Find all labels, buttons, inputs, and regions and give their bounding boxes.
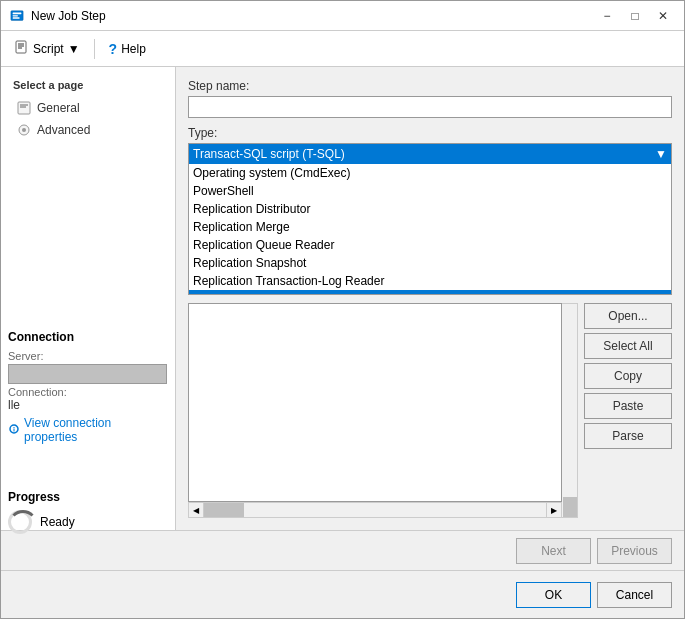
close-button[interactable]: ✕ [650, 6, 676, 26]
help-label: Help [121, 42, 146, 56]
next-button[interactable]: Next [516, 538, 591, 564]
view-connection-properties-link[interactable]: View connection properties [8, 416, 167, 444]
window-controls: − □ ✕ [594, 6, 676, 26]
script-label: Script [33, 42, 64, 56]
svg-rect-3 [13, 17, 20, 18]
progress-title: Progress [8, 490, 167, 504]
type-label: Type: [188, 126, 672, 140]
ok-button[interactable]: OK [516, 582, 591, 608]
step-name-group: Step name: [188, 79, 672, 118]
editor-area: ◀ ▶ Open... Select All Copy Paste Parse [188, 303, 672, 518]
progress-status: Ready [40, 515, 75, 529]
general-icon [17, 101, 31, 115]
dropdown-item-5[interactable]: Replication Snapshot [189, 254, 671, 272]
parse-button[interactable]: Parse [584, 423, 672, 449]
view-link-label: View connection properties [24, 416, 167, 444]
nav-footer: Next Previous [1, 530, 684, 570]
connection-value: lle [8, 398, 167, 412]
window-icon [9, 8, 25, 24]
server-field: Server: [8, 350, 167, 384]
sidebar: Select a page General [1, 67, 176, 530]
toolbar: Script ▼ ? Help [1, 31, 684, 67]
window-title: New Job Step [31, 9, 588, 23]
svg-point-12 [22, 128, 26, 132]
horizontal-scrollbar[interactable] [204, 502, 546, 518]
scroll-left-icon[interactable]: ◀ [188, 502, 204, 518]
svg-rect-2 [13, 15, 18, 16]
script-button[interactable]: Script ▼ [9, 37, 86, 60]
sidebar-section-title: Select a page [1, 75, 175, 97]
sidebar-item-advanced-label: Advanced [37, 123, 90, 137]
minimize-button[interactable]: − [594, 6, 620, 26]
svg-rect-1 [13, 12, 22, 14]
editor-main[interactable] [188, 303, 562, 502]
script-icon [15, 40, 29, 57]
main-content: Select a page General [1, 67, 684, 530]
horizontal-scroll-thumb[interactable] [204, 503, 244, 517]
step-name-label: Step name: [188, 79, 672, 93]
dropdown-arrow-icon: ▼ [655, 147, 667, 161]
sidebar-item-advanced[interactable]: Advanced [1, 119, 175, 141]
advanced-icon [17, 123, 31, 137]
new-job-step-window: New Job Step − □ ✕ Script ▼ ? Help [0, 0, 685, 619]
previous-button[interactable]: Previous [597, 538, 672, 564]
type-dropdown-selected[interactable]: Transact-SQL script (T-SQL) ▼ [189, 144, 671, 164]
copy-button[interactable]: Copy [584, 363, 672, 389]
type-selected-value: Transact-SQL script (T-SQL) [193, 147, 345, 161]
type-dropdown-list: Operating system (CmdExec) PowerShell Re… [189, 164, 671, 294]
editor-buttons: Open... Select All Copy Paste Parse [578, 303, 672, 518]
scroll-right-icon[interactable]: ▶ [546, 502, 562, 518]
paste-button[interactable]: Paste [584, 393, 672, 419]
dropdown-item-2[interactable]: Replication Distributor [189, 200, 671, 218]
step-name-input[interactable] [188, 96, 672, 118]
right-panel: Step name: Type: Transact-SQL script (T-… [176, 67, 684, 530]
maximize-button[interactable]: □ [622, 6, 648, 26]
script-dropdown-arrow: ▼ [68, 42, 80, 56]
connection-field: Connection: lle [8, 386, 167, 412]
dropdown-item-6[interactable]: Replication Transaction-Log Reader [189, 272, 671, 290]
connection-properties-icon [8, 423, 20, 438]
sidebar-item-general[interactable]: General [1, 97, 175, 119]
server-value-box [8, 364, 167, 384]
open-button[interactable]: Open... [584, 303, 672, 329]
dropdown-item-4[interactable]: Replication Queue Reader [189, 236, 671, 254]
svg-rect-14 [14, 427, 15, 428]
help-icon: ? [109, 41, 118, 57]
progress-spinner-icon [8, 510, 32, 530]
svg-rect-15 [14, 428, 15, 431]
toolbar-separator [94, 39, 95, 59]
help-button[interactable]: ? Help [103, 38, 152, 60]
scrollbar-x-row: ◀ ▶ [188, 502, 562, 518]
vertical-scroll-thumb[interactable] [563, 497, 577, 517]
dropdown-item-0[interactable]: Operating system (CmdExec) [189, 164, 671, 182]
title-bar: New Job Step − □ ✕ [1, 1, 684, 31]
dropdown-item-3[interactable]: Replication Merge [189, 218, 671, 236]
dialog-footer: OK Cancel [1, 570, 684, 618]
type-group: Type: Transact-SQL script (T-SQL) ▼ Oper… [188, 126, 672, 295]
svg-rect-8 [18, 102, 30, 114]
server-label: Server: [8, 350, 167, 362]
svg-rect-4 [16, 41, 26, 53]
dropdown-item-1[interactable]: PowerShell [189, 182, 671, 200]
cancel-button[interactable]: Cancel [597, 582, 672, 608]
vertical-scrollbar[interactable] [562, 303, 578, 518]
type-dropdown-container: Transact-SQL script (T-SQL) ▼ Operating … [188, 143, 672, 295]
select-all-button[interactable]: Select All [584, 333, 672, 359]
connection-label: Connection: [8, 386, 167, 398]
sidebar-item-general-label: General [37, 101, 80, 115]
connection-title: Connection [8, 330, 167, 344]
dropdown-item-7[interactable]: SQL Server Integration Services Package [189, 290, 671, 294]
progress-content: Ready [8, 510, 167, 530]
